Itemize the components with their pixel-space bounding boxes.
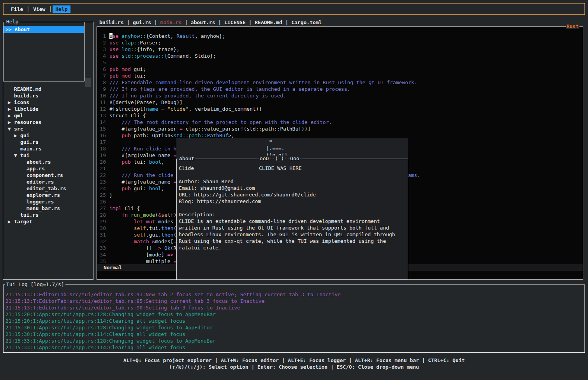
code-token — [109, 186, 121, 191]
code-line-12[interactable]: 12#[structopt(name = "clide", verbatim_d… — [100, 106, 583, 112]
line-number: 14 — [100, 119, 106, 125]
explorer-item-label: component.rs — [26, 172, 63, 178]
code-line-7[interactable]: 7pub mod tui; — [100, 72, 583, 79]
explorer-scrollbar-thumb[interactable] — [85, 78, 91, 87]
explorer-item-build-rs[interactable]: build.rs — [3, 92, 93, 99]
code-token: /// The root directory for the project t… — [109, 119, 332, 125]
chevron-expanded-icon[interactable]: ▼ — [14, 152, 20, 159]
line-number: 1 — [100, 33, 106, 39]
explorer-item-app-rs[interactable]: app.rs — [3, 165, 93, 172]
line-number: 34 — [100, 251, 106, 258]
editor-tab-main-rs[interactable]: main.rs — [160, 19, 182, 25]
text-cursor: u — [109, 33, 113, 39]
explorer-item-src[interactable]: ▼src — [3, 125, 93, 132]
explorer-item-component-rs[interactable]: component.rs — [3, 172, 93, 179]
explorer-item-editor-rs[interactable]: editor.rs — [3, 179, 93, 185]
explorer-item-resources[interactable]: ▶resources — [3, 119, 93, 125]
explorer-item-label: target — [14, 219, 32, 224]
explorer-item-main-rs[interactable]: main.rs — [3, 145, 93, 152]
code-line-1[interactable]: 1use anyhow::{Context, Result, anyhow}; — [100, 33, 583, 39]
chevron-collapsed-icon[interactable]: ▶ — [8, 106, 14, 112]
code-line-15[interactable]: 15 #[arg(value_parser = clap::value_pars… — [100, 125, 583, 132]
code-token: , anyhow}; — [195, 33, 225, 39]
code-line-13[interactable]: 13struct Cli { — [100, 112, 583, 119]
explorer-item-label: editor.rs — [26, 179, 54, 185]
tree-indent-spacer — [20, 159, 26, 165]
explorer-item-menu-bar-rs[interactable]: menu_bar.rs — [3, 205, 93, 212]
code-line-14[interactable]: 14 /// The root directory for the projec… — [100, 119, 583, 125]
explorer-item-gui-rs[interactable]: gui.rs — [3, 139, 93, 145]
about-app-name: ClideCLIDE WAS HERE — [179, 165, 408, 171]
about-text-line: Email: shaunrd0@gmail.com — [179, 185, 408, 191]
code-token: #[arg(value_name — [109, 179, 173, 185]
editor-tab-cargo-toml[interactable]: Cargo.toml — [291, 19, 322, 25]
explorer-item-logger-rs[interactable]: logger.rs — [3, 198, 93, 205]
chevron-collapsed-icon[interactable]: ▶ — [8, 218, 14, 225]
code-line-16[interactable]: 16 pub path: Option<std::path::PathBuf>, — [100, 132, 583, 139]
tab-separator: | — [124, 19, 133, 25]
editor-tab-gui-rs[interactable]: gui.rs — [133, 19, 151, 25]
line-number: 30 — [100, 225, 106, 232]
tui-log-title: Tui Log [log=1.7/s] — [5, 281, 65, 287]
tree-indent-spacer — [14, 145, 20, 152]
menu-bar: File │ View │ Help — [3, 3, 585, 15]
editor-tab-license[interactable]: LICENSE — [224, 19, 246, 25]
code-line-10[interactable]: 10/// If no path is provided, the curren… — [100, 92, 583, 99]
code-token — [109, 159, 121, 165]
line-number: 18 — [100, 145, 106, 152]
chevron-expanded-icon[interactable]: ▼ — [8, 125, 14, 132]
explorer-item-tui-rs[interactable]: tui.rs — [3, 212, 93, 218]
code-token: Result — [176, 33, 195, 39]
log-entry-trace: 21:15:13:T:EditorTab:src/tui/editor_tab.… — [5, 291, 584, 298]
chevron-collapsed-icon[interactable]: ▶ — [8, 99, 14, 106]
editor-tab-bar: build.rs | gui.rs | main.rs | about.rs |… — [99, 19, 322, 26]
code-token: } — [109, 192, 113, 198]
code-token: clap::value_parser!(std::path::PathBuf))… — [183, 126, 311, 132]
code-line-6[interactable]: 6pub mod gui; — [100, 66, 583, 72]
explorer-item-qml[interactable]: ▶qml — [3, 112, 93, 119]
explorer-item-tui[interactable]: ▼tui — [3, 152, 93, 159]
explorer-item-icons[interactable]: ▶icons — [3, 99, 93, 106]
editor-tab-build-rs[interactable]: build.rs — [99, 19, 124, 25]
line-number: 24 — [100, 185, 106, 192]
code-line-5[interactable]: 5 — [100, 59, 583, 66]
explorer-item-explorer-rs[interactable]: explorer.rs — [3, 192, 93, 198]
line-number: 20 — [100, 159, 106, 165]
chevron-collapsed-icon[interactable]: ▶ — [14, 132, 20, 139]
code-line-11[interactable]: 11#[derive(Parser, Debug)] — [100, 99, 583, 106]
code-line-2[interactable]: 2use clap::Parser; — [100, 39, 583, 46]
line-number: 23 — [100, 179, 106, 185]
log-entry-info: 21:15:20:I:App:src/tui/app.rs:128:Changi… — [5, 311, 584, 318]
line-number: 21 — [100, 165, 106, 172]
code-token: self — [134, 232, 146, 238]
explorer-item-gui[interactable]: ▶gui — [3, 132, 93, 139]
menu-item-file[interactable]: File — [8, 5, 26, 13]
editor-tab-about-rs[interactable]: about.rs — [191, 19, 215, 25]
help-menu-title: Help — [5, 19, 19, 25]
code-token — [109, 239, 134, 244]
log-entry-info: 21:15:20:I:App:src/tui/app.rs:114:Cleari… — [5, 318, 584, 324]
code-token: then — [161, 232, 173, 238]
chevron-collapsed-icon[interactable]: ▶ — [8, 119, 14, 125]
explorer-item-label: gui.rs — [20, 139, 39, 145]
line-number: 33 — [100, 245, 106, 251]
code-line-8[interactable]: 8/// Extendable command-line driven deve… — [100, 79, 583, 86]
code-line-4[interactable]: 4use std::process::{Command, Stdio}; — [100, 53, 583, 59]
explorer-item-editor-tab-rs[interactable]: editor_tab.rs — [3, 185, 93, 192]
explorer-item-readme-md[interactable]: README.md — [3, 86, 93, 92]
editor-tab-readme-md[interactable]: README.md — [255, 19, 282, 25]
chevron-collapsed-icon[interactable]: ▶ — [8, 112, 14, 119]
menu-item-view[interactable]: View — [30, 5, 48, 13]
explorer-item-label: qml — [14, 113, 23, 118]
code-line-3[interactable]: 3use log::{info, trace}; — [100, 46, 583, 53]
help-menu-item-about[interactable]: >> About — [4, 26, 84, 33]
menu-item-help[interactable]: Help — [53, 5, 70, 13]
code-line-9[interactable]: 9/// If no flags are provided, the GUI e… — [100, 86, 583, 92]
tab-separator: | — [181, 19, 190, 25]
code-token: {info, trace}; — [137, 46, 180, 52]
line-number: 32 — [100, 238, 106, 245]
explorer-item-libclide[interactable]: ▶libclide — [3, 106, 93, 112]
explorer-item-target[interactable]: ▶target — [3, 218, 93, 225]
code-token: pub — [121, 133, 130, 138]
explorer-item-about-rs[interactable]: about.rs — [3, 159, 93, 165]
